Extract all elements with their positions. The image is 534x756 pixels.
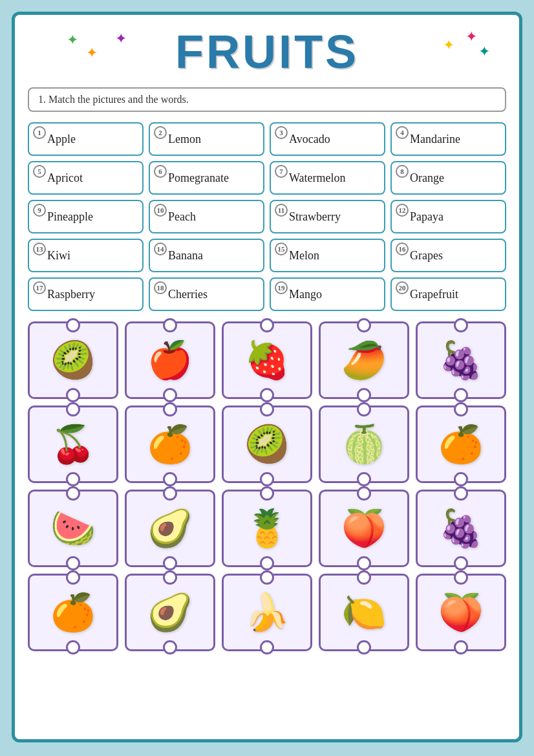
word-number: 5 xyxy=(33,165,46,178)
star-green-icon: ✦ xyxy=(67,32,78,49)
page-title: FRUITS xyxy=(175,26,359,78)
word-cell-7: 7Watermelon xyxy=(270,161,385,195)
picture-cell-16: 🍊 xyxy=(28,574,118,651)
orange-icon: 🍊 xyxy=(147,426,193,462)
word-number: 15 xyxy=(275,243,288,255)
word-number: 3 xyxy=(275,126,288,139)
word-cell-6: 6Pomegranate xyxy=(149,161,264,195)
mango-icon: 🥭 xyxy=(341,342,387,378)
kiwi-slice-icon: 🥝 xyxy=(50,342,96,378)
word-cell-3: 3Avocado xyxy=(270,122,385,156)
word-label: Pomegranate xyxy=(168,171,229,185)
word-label: Grapefruit xyxy=(410,288,458,301)
word-cell-16: 16Grapes xyxy=(390,239,506,272)
word-cell-13: 13Kiwi xyxy=(28,239,144,272)
picture-inner: 🍌 xyxy=(224,576,310,649)
papaya-icon: 🥑 xyxy=(147,510,193,546)
word-number: 12 xyxy=(396,204,409,217)
star-orange-icon: ✦ xyxy=(86,45,98,61)
word-number: 8 xyxy=(396,165,409,178)
lemon-icon: 🍋 xyxy=(341,594,387,631)
picture-cell-7: 🍊 xyxy=(125,405,215,483)
word-cell-19: 19Mango xyxy=(270,277,385,311)
picture-cell-19: 🍋 xyxy=(319,574,409,651)
picture-inner: 🥝 xyxy=(224,407,310,481)
picture-cell-3: 🍓 xyxy=(222,321,312,399)
picture-cell-6: 🍒 xyxy=(28,405,118,483)
word-cell-5: 5Apricot xyxy=(28,161,144,195)
picture-cell-11: 🍉 xyxy=(28,490,118,567)
picture-cell-2: 🍎 xyxy=(125,321,215,399)
mandarine-icon: 🍊 xyxy=(50,594,96,631)
word-cell-10: 10Peach xyxy=(149,200,264,233)
word-cell-4: 4Mandarine xyxy=(390,122,506,156)
instruction-box: 1. Match the pictures and the words. xyxy=(28,87,506,112)
word-label: Avocado xyxy=(289,133,330,146)
page: ✦ ✦ ✦ ✦ ✦ ✦ FRUITS 1. Match the pictures… xyxy=(12,12,522,742)
word-label: Banana xyxy=(168,249,203,263)
picture-inner: 🥭 xyxy=(321,323,407,397)
picture-cell-20: 🍑 xyxy=(416,574,506,651)
picture-inner: 🍑 xyxy=(418,576,504,649)
word-number: 13 xyxy=(33,243,46,255)
word-cell-20: 20Grapefruit xyxy=(390,277,506,311)
word-label: Grapes xyxy=(410,249,443,263)
word-number: 17 xyxy=(33,281,46,294)
star-purple-icon: ✦ xyxy=(115,30,127,47)
word-label: Pineapple xyxy=(47,210,93,224)
word-number: 4 xyxy=(396,126,409,139)
word-number: 1 xyxy=(33,126,46,139)
word-label: Strawberry xyxy=(289,210,341,224)
word-cell-14: 14Banana xyxy=(149,239,264,272)
word-label: Mango xyxy=(289,288,322,301)
word-label: Cherries xyxy=(168,288,208,301)
word-label: Papaya xyxy=(410,210,443,224)
word-number: 6 xyxy=(154,165,167,178)
peach-icon: 🍑 xyxy=(341,510,387,546)
word-number: 19 xyxy=(275,281,288,294)
picture-grid: 🥝🍎🍓🥭🍇🍒🍊🥝🍈🍊🍉🥑🍍🍑🍇🍊🥑🍌🍋🍑 xyxy=(28,321,506,651)
avocado-icon: 🥑 xyxy=(147,594,193,631)
star-yellow-icon: ✦ xyxy=(443,37,454,54)
picture-inner: 🥑 xyxy=(127,491,213,565)
word-label: Melon xyxy=(289,249,319,263)
picture-inner: 🍉 xyxy=(30,491,116,565)
word-number: 14 xyxy=(154,243,167,255)
picture-inner: 🍋 xyxy=(321,576,407,649)
grapefruit-icon: 🍊 xyxy=(438,426,484,462)
word-number: 18 xyxy=(154,281,167,294)
title-area: ✦ ✦ ✦ ✦ ✦ ✦ FRUITS xyxy=(28,25,506,78)
word-cell-8: 8Orange xyxy=(390,161,506,195)
picture-cell-13: 🍍 xyxy=(222,490,312,567)
word-label: Raspberry xyxy=(47,288,95,301)
word-cell-12: 12Papaya xyxy=(390,200,506,233)
word-label: Lemon xyxy=(168,133,201,146)
word-cell-11: 11Strawberry xyxy=(270,200,385,233)
picture-inner: 🍇 xyxy=(418,323,504,397)
picture-cell-8: 🥝 xyxy=(222,405,312,483)
word-number: 9 xyxy=(33,204,46,217)
picture-inner: 🍊 xyxy=(30,576,116,649)
word-cell-9: 9Pineapple xyxy=(28,200,144,233)
apple-icon: 🍎 xyxy=(147,342,193,378)
word-cell-18: 18Cherries xyxy=(149,277,264,311)
word-number: 2 xyxy=(154,126,167,139)
picture-cell-5: 🍇 xyxy=(416,321,506,399)
banana-icon: 🍌 xyxy=(244,594,290,631)
instruction-text: 1. Match the pictures and the words. xyxy=(38,94,189,105)
picture-cell-10: 🍊 xyxy=(416,405,506,483)
word-label: Kiwi xyxy=(47,249,70,263)
star-teal-icon: ✦ xyxy=(478,43,490,60)
picture-cell-17: 🥑 xyxy=(125,574,215,651)
picture-inner: 🥝 xyxy=(30,323,116,397)
word-label: Apricot xyxy=(47,171,83,185)
strawberry-icon: 🍓 xyxy=(244,342,290,378)
word-number: 7 xyxy=(275,165,288,178)
word-number: 10 xyxy=(154,204,167,217)
picture-cell-9: 🍈 xyxy=(319,405,409,483)
grapes-icon: 🍇 xyxy=(438,342,484,378)
word-label: Peach xyxy=(168,210,196,224)
pomegranate-icon: 🍈 xyxy=(341,426,387,462)
picture-inner: 🍇 xyxy=(418,491,504,565)
picture-inner: 🍒 xyxy=(30,407,116,481)
